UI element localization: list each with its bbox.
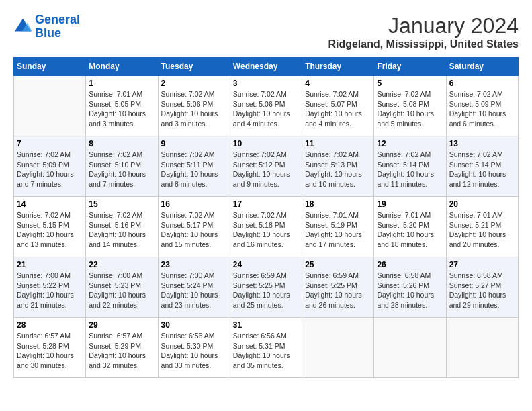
table-row: 14Sunrise: 7:02 AMSunset: 5:15 PMDayligh… (14, 197, 86, 257)
table-row: 4Sunrise: 7:02 AMSunset: 5:07 PMDaylight… (302, 76, 374, 136)
table-row (14, 76, 86, 136)
table-row: 21Sunrise: 7:00 AMSunset: 5:22 PMDayligh… (14, 257, 86, 318)
day-info: Sunrise: 7:02 AMSunset: 5:15 PMDaylight:… (17, 210, 83, 250)
day-info: Sunrise: 6:59 AMSunset: 5:25 PMDaylight:… (233, 271, 299, 310)
table-row: 19Sunrise: 7:01 AMSunset: 5:20 PMDayligh… (374, 197, 446, 257)
table-row: 9Sunrise: 7:02 AMSunset: 5:11 PMDaylight… (158, 136, 230, 197)
day-number: 29 (89, 320, 154, 330)
calendar-title: January 2024 (328, 13, 519, 38)
table-row: 15Sunrise: 7:02 AMSunset: 5:16 PMDayligh… (86, 197, 158, 257)
day-number: 5 (377, 79, 443, 88)
calendar-subtitle: Ridgeland, Mississippi, United States (328, 38, 519, 50)
day-number: 4 (305, 79, 371, 88)
table-row: 11Sunrise: 7:02 AMSunset: 5:13 PMDayligh… (302, 136, 374, 197)
day-info: Sunrise: 7:02 AMSunset: 5:11 PMDaylight:… (161, 150, 227, 189)
day-info: Sunrise: 7:00 AMSunset: 5:24 PMDaylight:… (161, 271, 227, 310)
table-row: 12Sunrise: 7:02 AMSunset: 5:14 PMDayligh… (374, 136, 446, 197)
header-sunday: Sunday (14, 58, 86, 76)
table-row: 5Sunrise: 7:02 AMSunset: 5:08 PMDaylight… (374, 76, 446, 136)
logo-line2: Blue (35, 26, 61, 40)
day-info: Sunrise: 7:02 AMSunset: 5:14 PMDaylight:… (449, 150, 515, 189)
logo-text: General Blue (35, 13, 80, 40)
calendar-week-row: 14Sunrise: 7:02 AMSunset: 5:15 PMDayligh… (14, 197, 519, 257)
table-row: 20Sunrise: 7:01 AMSunset: 5:21 PMDayligh… (446, 197, 518, 257)
day-info: Sunrise: 6:57 AMSunset: 5:28 PMDaylight:… (17, 331, 83, 371)
day-number: 20 (449, 199, 515, 209)
calendar-week-row: 21Sunrise: 7:00 AMSunset: 5:22 PMDayligh… (14, 257, 519, 318)
calendar-week-row: 28Sunrise: 6:57 AMSunset: 5:28 PMDayligh… (14, 318, 519, 378)
day-number: 1 (89, 79, 154, 88)
day-number: 2 (161, 79, 227, 88)
header-tuesday: Tuesday (158, 58, 230, 76)
header-friday: Friday (374, 58, 446, 76)
table-row: 7Sunrise: 7:02 AMSunset: 5:09 PMDaylight… (14, 136, 86, 197)
day-number: 15 (89, 199, 154, 209)
table-row: 18Sunrise: 7:01 AMSunset: 5:19 PMDayligh… (302, 197, 374, 257)
table-row: 3Sunrise: 7:02 AMSunset: 5:06 PMDaylight… (230, 76, 302, 136)
table-row: 6Sunrise: 7:02 AMSunset: 5:09 PMDaylight… (446, 76, 518, 136)
day-number: 25 (305, 260, 371, 269)
day-info: Sunrise: 6:57 AMSunset: 5:29 PMDaylight:… (89, 331, 154, 371)
table-row: 10Sunrise: 7:02 AMSunset: 5:12 PMDayligh… (230, 136, 302, 197)
day-number: 19 (377, 199, 443, 209)
day-info: Sunrise: 6:56 AMSunset: 5:31 PMDaylight:… (233, 331, 299, 371)
day-info: Sunrise: 7:02 AMSunset: 5:18 PMDaylight:… (233, 210, 299, 250)
header-wednesday: Wednesday (230, 58, 302, 76)
header-saturday: Saturday (446, 58, 518, 76)
day-number: 7 (17, 139, 83, 148)
day-info: Sunrise: 7:02 AMSunset: 5:09 PMDaylight:… (449, 89, 515, 129)
day-info: Sunrise: 7:02 AMSunset: 5:14 PMDaylight:… (377, 150, 443, 189)
header-monday: Monday (86, 58, 158, 76)
day-number: 27 (449, 260, 515, 269)
table-row: 17Sunrise: 7:02 AMSunset: 5:18 PMDayligh… (230, 197, 302, 257)
logo-line1: General (35, 13, 80, 26)
day-number: 24 (233, 260, 299, 269)
table-row: 23Sunrise: 7:00 AMSunset: 5:24 PMDayligh… (158, 257, 230, 318)
day-number: 8 (89, 139, 154, 148)
header-row: Sunday Monday Tuesday Wednesday Thursday… (14, 58, 519, 76)
table-row: 13Sunrise: 7:02 AMSunset: 5:14 PMDayligh… (446, 136, 518, 197)
day-info: Sunrise: 7:02 AMSunset: 5:16 PMDaylight:… (89, 210, 154, 250)
table-row: 29Sunrise: 6:57 AMSunset: 5:29 PMDayligh… (86, 318, 158, 378)
day-number: 17 (233, 199, 299, 209)
day-number: 10 (233, 139, 299, 148)
table-row: 30Sunrise: 6:56 AMSunset: 5:30 PMDayligh… (158, 318, 230, 378)
table-row (374, 318, 446, 378)
day-number: 26 (377, 260, 443, 269)
day-info: Sunrise: 7:02 AMSunset: 5:17 PMDaylight:… (161, 210, 227, 250)
day-number: 30 (161, 320, 227, 330)
logo-icon (13, 17, 32, 36)
day-info: Sunrise: 7:02 AMSunset: 5:06 PMDaylight:… (161, 89, 227, 129)
day-info: Sunrise: 7:02 AMSunset: 5:09 PMDaylight:… (17, 150, 83, 189)
day-number: 14 (17, 199, 83, 209)
page-header: General Blue January 2024 Ridgeland, Mis… (13, 13, 519, 50)
logo: General Blue (13, 13, 80, 40)
table-row (446, 318, 518, 378)
day-number: 28 (17, 320, 83, 330)
day-number: 12 (377, 139, 443, 148)
day-number: 18 (305, 199, 371, 209)
day-info: Sunrise: 6:59 AMSunset: 5:25 PMDaylight:… (305, 271, 371, 310)
day-number: 6 (449, 79, 515, 88)
table-row: 1Sunrise: 7:01 AMSunset: 5:05 PMDaylight… (86, 76, 158, 136)
table-row: 27Sunrise: 6:58 AMSunset: 5:27 PMDayligh… (446, 257, 518, 318)
day-info: Sunrise: 7:02 AMSunset: 5:13 PMDaylight:… (305, 150, 371, 189)
day-number: 23 (161, 260, 227, 269)
day-number: 13 (449, 139, 515, 148)
day-info: Sunrise: 7:00 AMSunset: 5:22 PMDaylight:… (17, 271, 83, 310)
table-row: 2Sunrise: 7:02 AMSunset: 5:06 PMDaylight… (158, 76, 230, 136)
day-info: Sunrise: 7:01 AMSunset: 5:19 PMDaylight:… (305, 210, 371, 250)
header-thursday: Thursday (302, 58, 374, 76)
table-row: 31Sunrise: 6:56 AMSunset: 5:31 PMDayligh… (230, 318, 302, 378)
day-number: 11 (305, 139, 371, 148)
table-row: 26Sunrise: 6:58 AMSunset: 5:26 PMDayligh… (374, 257, 446, 318)
day-info: Sunrise: 7:00 AMSunset: 5:23 PMDaylight:… (89, 271, 154, 310)
day-number: 16 (161, 199, 227, 209)
table-row: 25Sunrise: 6:59 AMSunset: 5:25 PMDayligh… (302, 257, 374, 318)
day-info: Sunrise: 7:02 AMSunset: 5:06 PMDaylight:… (233, 89, 299, 129)
day-number: 22 (89, 260, 154, 269)
day-info: Sunrise: 6:58 AMSunset: 5:26 PMDaylight:… (377, 271, 443, 310)
table-row: 22Sunrise: 7:00 AMSunset: 5:23 PMDayligh… (86, 257, 158, 318)
table-row: 24Sunrise: 6:59 AMSunset: 5:25 PMDayligh… (230, 257, 302, 318)
table-row: 16Sunrise: 7:02 AMSunset: 5:17 PMDayligh… (158, 197, 230, 257)
